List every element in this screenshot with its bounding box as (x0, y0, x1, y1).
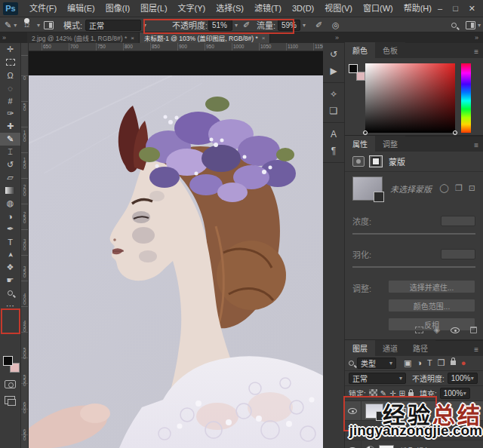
add-pixel-mask-icon[interactable]: ❐ (455, 183, 463, 193)
filter-smart-object-icon[interactable] (451, 361, 456, 365)
filter-pin-icon[interactable]: ● (461, 358, 466, 368)
workspace-switcher[interactable]: ▾ (466, 17, 481, 32)
toggle-brush-panel-button[interactable] (44, 17, 54, 32)
pixel-mask-icon[interactable] (352, 156, 365, 167)
history-panel-button[interactable]: ↺ (323, 46, 344, 63)
collapse-toolbar-icon[interactable]: » (2, 34, 5, 41)
layer-blend-mode-select[interactable]: 正常 ▾ (349, 373, 406, 384)
blend-mode-select[interactable]: 正常 ▾ (85, 17, 146, 32)
lock-transparency-icon[interactable] (369, 389, 377, 397)
menu-item[interactable]: 文件(F) (24, 0, 62, 17)
blur-tool[interactable]: ◍ (0, 197, 20, 210)
feather-slider[interactable] (352, 266, 475, 268)
filter-kind-select[interactable]: 类型 ▾ (357, 357, 396, 369)
close-tab-icon[interactable]: × (262, 35, 266, 41)
tab-paths[interactable]: 路径 (405, 340, 435, 356)
apply-mask-icon[interactable]: ◈ (434, 325, 440, 335)
hue-slider[interactable] (461, 63, 471, 133)
panel-menu-icon[interactable]: ≡ (474, 141, 483, 152)
menu-item[interactable]: 选择(S) (211, 0, 249, 17)
disable-mask-icon[interactable] (451, 327, 460, 333)
filter-shape-icon[interactable]: ❒ (438, 358, 445, 368)
tab-adjustments[interactable]: 调整 (375, 136, 405, 152)
add-vector-mask-icon[interactable]: ⊡ (469, 183, 475, 193)
density-value-box[interactable] (441, 216, 475, 226)
menu-item[interactable]: 3D(D) (287, 0, 319, 17)
feather-value-box[interactable] (441, 249, 475, 259)
tab-properties[interactable]: 属性 (345, 136, 375, 152)
gradient-tool[interactable] (0, 184, 20, 197)
character-panel-button[interactable]: A (323, 126, 344, 143)
minimize-button[interactable]: – (438, 4, 442, 14)
tab-swatches[interactable]: 色板 (375, 42, 405, 58)
menu-item[interactable]: 窗口(W) (358, 0, 398, 17)
color-swatches[interactable] (3, 356, 20, 373)
filter-adjustment-icon[interactable]: ◑ (417, 358, 422, 368)
layer-row-selective-color[interactable]: 选取颜色 1 (345, 440, 483, 448)
mask-thumbnail[interactable] (352, 176, 383, 201)
adjustment-mask-thumbnail[interactable] (379, 445, 394, 448)
brush-tool[interactable]: ✎ (0, 133, 20, 146)
panel-menu-icon[interactable]: ≡ (474, 345, 483, 356)
field-knob[interactable] (453, 130, 457, 135)
tab-channels[interactable]: 通道 (375, 340, 405, 356)
hand-tool[interactable]: ☛ (0, 274, 20, 287)
flow-select[interactable]: 59% ▾ (278, 17, 306, 32)
color-range-button[interactable]: 颜色范围... (388, 299, 475, 312)
quick-mask-button[interactable] (5, 380, 16, 388)
smoothing-button[interactable]: ◎ (332, 17, 340, 32)
edit-toolbar-button[interactable]: ⋯ (0, 299, 20, 312)
document-tab-1[interactable]: 2.jpg @ 142% (曲线 1, RGB/8#) * × (27, 32, 140, 43)
photo-canvas[interactable] (29, 75, 323, 448)
layer-thumbnail[interactable] (365, 404, 383, 419)
quick-selection-tool[interactable]: ◌ (0, 81, 20, 94)
close-tab-icon[interactable]: × (131, 35, 134, 41)
maximize-button[interactable]: □ (453, 4, 458, 14)
layer-visibility-icon[interactable] (348, 408, 357, 414)
dodge-tool[interactable]: ◑ (0, 210, 20, 222)
move-tool[interactable]: ✛ (0, 43, 20, 56)
crop-tool[interactable]: # (0, 94, 20, 107)
foreground-color-swatch[interactable] (349, 64, 358, 73)
pen-tool[interactable]: ✒ (0, 222, 20, 235)
document-tab-2[interactable]: 未标题-1 @ 103% (盖印图层, RGB/8#) * × (140, 32, 270, 43)
load-selection-icon[interactable] (415, 327, 423, 333)
brush-settings-panel-button[interactable]: ✧ (323, 86, 344, 103)
density-slider[interactable] (352, 233, 475, 235)
menu-item[interactable]: 图像(I) (100, 0, 135, 17)
layer-opacity-select[interactable]: 100% ▾ (448, 373, 478, 384)
search-button[interactable] (451, 17, 457, 32)
zoom-tool[interactable] (0, 287, 20, 299)
panel-menu-icon[interactable]: ≡ (474, 48, 483, 58)
selected-mask-icon[interactable] (369, 155, 383, 167)
brush-picker[interactable]: 12 (24, 18, 29, 33)
foreground-color-swatch[interactable] (3, 356, 13, 366)
lasso-tool[interactable]: Ω (0, 69, 20, 81)
menu-item[interactable]: 文字(Y) (173, 0, 211, 17)
canvas-area[interactable] (29, 51, 323, 448)
menu-item[interactable]: 滤镜(T) (249, 0, 287, 17)
filter-type-icon[interactable]: T (427, 358, 432, 368)
select-and-mask-button[interactable]: 选择并遮住... (388, 280, 475, 293)
collapse-dock-icon[interactable]: » (335, 34, 338, 41)
field-knob[interactable] (363, 130, 368, 135)
opacity-select[interactable]: 51% ▾ (208, 17, 238, 32)
actions-panel-button[interactable]: ▶ (323, 63, 344, 79)
tab-layers[interactable]: 图层 (345, 340, 375, 356)
menu-item[interactable]: 帮助(H) (398, 0, 437, 17)
layer-name[interactable]: 选取颜色 1 (401, 445, 437, 448)
eraser-tool[interactable]: ▱ (0, 171, 20, 184)
path-selection-tool[interactable]: ➤ (0, 248, 20, 261)
tool-preset-picker[interactable]: ✎ ▾ (5, 17, 17, 32)
filter-image-icon[interactable]: ▣ (404, 358, 411, 368)
history-brush-tool[interactable]: ↺ (0, 158, 20, 171)
custom-shape-tool[interactable]: ❖ (0, 261, 20, 274)
close-button[interactable]: ✕ (469, 4, 475, 14)
clone-stamp-tool[interactable]: ⌶ (0, 146, 20, 158)
spot-healing-brush-tool[interactable]: ✚ (0, 120, 20, 133)
airbrush-button[interactable]: ✐ (315, 17, 322, 32)
tab-color[interactable]: 颜色 (345, 42, 375, 58)
paragraph-panel-button[interactable]: ¶ (323, 143, 344, 159)
menu-item[interactable]: 编辑(E) (62, 0, 100, 17)
menu-item[interactable]: 视图(V) (319, 0, 358, 17)
